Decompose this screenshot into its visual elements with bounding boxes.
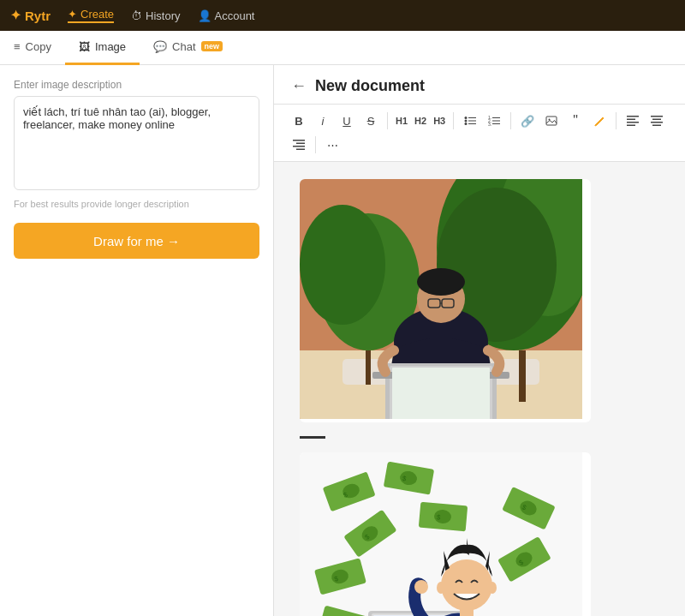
- toolbar-link[interactable]: 🔗: [516, 110, 539, 132]
- svg-rect-59: [460, 609, 474, 616]
- toolbar-paint[interactable]: [588, 110, 611, 132]
- tab-image[interactable]: 🖼 Image: [65, 31, 140, 65]
- svg-point-0: [465, 117, 468, 119]
- back-button[interactable]: ←: [291, 77, 307, 95]
- tab-chat-label: Chat: [172, 40, 195, 53]
- top-navigation: ✦ Rytr ✦ Create ⏱ History 👤 Account: [0, 0, 685, 31]
- left-panel: Enter image description viết lách, trí t…: [0, 65, 274, 616]
- svg-point-33: [300, 205, 385, 325]
- new-badge: new: [201, 41, 223, 51]
- svg-point-58: [488, 582, 497, 594]
- svg-rect-19: [652, 119, 661, 121]
- tab-chat[interactable]: 💬 Chat new: [140, 31, 236, 65]
- tab-copy[interactable]: ≡ Copy: [0, 31, 65, 65]
- svg-rect-21: [652, 125, 661, 127]
- svg-rect-7: [492, 117, 500, 118]
- generated-image-1: [300, 179, 591, 422]
- svg-point-4: [465, 123, 468, 125]
- image-svg-2: $ $ $ $ $: [300, 452, 582, 616]
- toolbar-more[interactable]: ⋯: [321, 134, 343, 156]
- svg-rect-25: [296, 149, 305, 151]
- image-tab-icon: 🖼: [79, 40, 90, 53]
- svg-rect-23: [296, 143, 305, 145]
- logo-text: Rytr: [25, 9, 51, 23]
- toolbar-ordered-list[interactable]: 1.2.3.: [483, 110, 505, 132]
- editor-header: ← New document: [274, 65, 685, 105]
- editor-toolbar: B i U S H1 H2 H3 1.2.3. 🔗 ": [274, 105, 685, 162]
- content-divider: [300, 436, 325, 439]
- nav-label-history: History: [146, 9, 180, 22]
- toolbar-separator-5: [315, 136, 316, 153]
- svg-rect-24: [293, 146, 305, 147]
- editor-content: $ $ $ $ $: [274, 162, 685, 616]
- toolbar-h1[interactable]: H1: [393, 110, 410, 132]
- app-logo[interactable]: ✦ Rytr: [10, 8, 51, 23]
- chat-icon: 💬: [153, 40, 167, 53]
- nav-item-history[interactable]: ⏱ History: [131, 9, 180, 22]
- svg-rect-18: [651, 116, 663, 117]
- toolbar-align-left[interactable]: [622, 110, 644, 132]
- secondary-navigation: ≡ Copy 🖼 Image 💬 Chat new: [0, 31, 685, 65]
- image-svg-1: [300, 179, 582, 419]
- toolbar-separator-2: [453, 112, 454, 129]
- draw-btn-label: Draw for me →: [93, 234, 180, 248]
- svg-rect-9: [492, 121, 500, 122]
- svg-rect-11: [492, 123, 500, 124]
- copy-icon: ≡: [14, 40, 21, 53]
- toolbar-underline[interactable]: U: [336, 110, 358, 132]
- svg-point-2: [465, 120, 468, 123]
- svg-rect-16: [627, 122, 639, 123]
- svg-rect-17: [627, 125, 635, 127]
- svg-point-57: [437, 582, 445, 594]
- svg-rect-15: [627, 119, 635, 121]
- svg-point-38: [417, 268, 465, 296]
- nav-label-create: Create: [80, 8, 114, 21]
- toolbar-unordered-list[interactable]: [459, 110, 481, 132]
- toolbar-h2[interactable]: H2: [412, 110, 429, 132]
- svg-rect-3: [468, 121, 476, 122]
- toolbar-separator-3: [510, 112, 511, 129]
- svg-rect-5: [468, 123, 476, 124]
- nav-item-create[interactable]: ✦ Create: [68, 8, 114, 23]
- editor-panel: ← New document B i U S H1 H2 H3 1.2.3. 🔗: [274, 65, 685, 616]
- image-description-input[interactable]: viết lách, trí tuê nhân tao (ai), blogge…: [14, 96, 259, 190]
- svg-point-60: [414, 580, 428, 594]
- svg-rect-45: [392, 368, 490, 419]
- toolbar-italic[interactable]: i: [312, 110, 334, 132]
- hint-text: For best results provide longer descript…: [14, 199, 259, 209]
- nav-item-account[interactable]: 👤 Account: [198, 9, 255, 22]
- account-icon: 👤: [198, 9, 211, 22]
- toolbar-strikethrough[interactable]: S: [360, 110, 382, 132]
- toolbar-align-center[interactable]: [646, 110, 668, 132]
- generated-image-2: $ $ $ $ $: [300, 452, 591, 616]
- history-icon: ⏱: [131, 9, 142, 22]
- toolbar-align-right[interactable]: [288, 134, 310, 156]
- tab-copy-label: Copy: [26, 40, 51, 53]
- svg-rect-20: [651, 122, 663, 123]
- create-icon: ✦: [68, 8, 77, 21]
- nav-label-account: Account: [215, 9, 255, 22]
- toolbar-separator-1: [387, 112, 388, 129]
- svg-rect-1: [468, 117, 476, 118]
- svg-text:3.: 3.: [488, 122, 491, 127]
- toolbar-bold[interactable]: B: [288, 110, 310, 132]
- main-layout: Enter image description viết lách, trí t…: [0, 65, 685, 616]
- logo-icon: ✦: [10, 8, 21, 23]
- draw-for-me-button[interactable]: Draw for me →: [14, 223, 259, 259]
- toolbar-h3[interactable]: H3: [431, 110, 448, 132]
- svg-rect-22: [293, 140, 305, 141]
- toolbar-insert-image[interactable]: [540, 110, 563, 132]
- tab-image-label: Image: [95, 40, 126, 53]
- toolbar-separator-4: [616, 112, 616, 129]
- image-description-label: Enter image description: [14, 79, 259, 91]
- document-title: New document: [315, 77, 425, 95]
- svg-rect-14: [627, 116, 639, 117]
- toolbar-quote[interactable]: ": [564, 110, 587, 132]
